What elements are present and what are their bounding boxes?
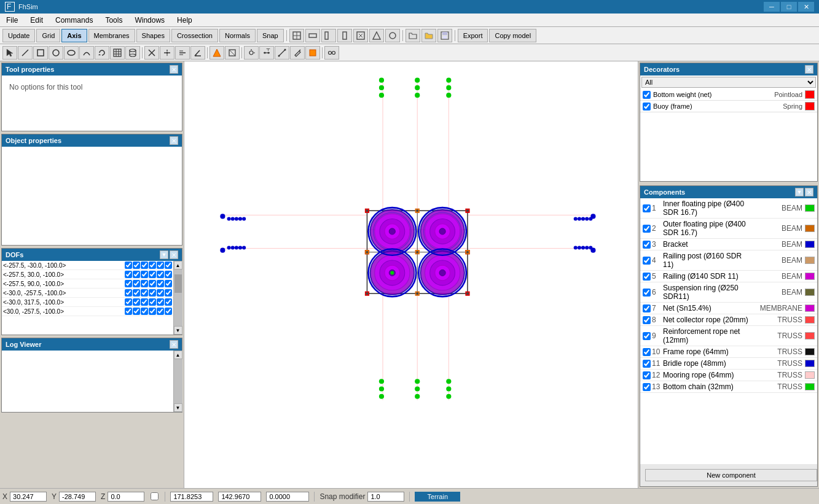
pen-tool[interactable] (290, 46, 305, 60)
component-checkbox[interactable] (643, 348, 651, 356)
components-close[interactable]: ✕ (805, 188, 813, 196)
dof-checkbox-rz[interactable] (165, 308, 172, 315)
measure-tool[interactable] (275, 46, 289, 60)
dof-checkbox-y[interactable] (133, 298, 140, 306)
view-icon-7[interactable] (385, 29, 400, 42)
cylinder-tool[interactable] (125, 46, 140, 60)
toolbar-crossection[interactable]: Crossection (171, 29, 218, 42)
canvas-area[interactable] (184, 61, 638, 488)
dof-checkbox-y[interactable] (133, 262, 140, 269)
view-icon-5[interactable] (353, 29, 368, 42)
dof-checkbox-ry[interactable] (157, 280, 164, 287)
toolbar-export[interactable]: Export (458, 29, 488, 42)
dof-checkbox-x[interactable] (125, 308, 132, 315)
angle-tool[interactable] (190, 46, 205, 60)
view-icon-4[interactable] (337, 29, 352, 42)
folder-icon[interactable] (421, 29, 436, 42)
component-checkbox[interactable] (643, 360, 651, 368)
ellipse-tool[interactable] (64, 46, 79, 60)
dof-checkbox-y[interactable] (133, 308, 140, 315)
menu-help[interactable]: Help (171, 14, 198, 26)
save-icon[interactable] (437, 29, 452, 42)
dof-checkbox-x[interactable] (125, 298, 132, 306)
log-viewer-close[interactable]: ✕ (170, 340, 178, 349)
dof-checkbox-rz[interactable] (165, 280, 172, 287)
line-tool[interactable] (18, 46, 33, 60)
dof-checkbox-y[interactable] (133, 280, 140, 287)
dof-checkbox-rx[interactable] (149, 280, 156, 287)
arc-tool[interactable] (79, 46, 94, 60)
tool-properties-close[interactable]: ✕ (170, 65, 178, 74)
dof-checkbox-rx[interactable] (149, 271, 156, 278)
toolbar-axis[interactable]: Axis (61, 29, 87, 42)
square-shape-tool[interactable] (225, 46, 240, 60)
rotate-tool[interactable] (95, 46, 109, 60)
status-checkbox[interactable] (151, 492, 159, 500)
menu-edit[interactable]: Edit (24, 14, 49, 26)
menu-file[interactable]: File (0, 14, 24, 26)
dof-checkbox-rx[interactable] (149, 298, 156, 306)
dof-checkbox-z[interactable] (141, 308, 148, 315)
log-scroll-up[interactable]: ▲ (174, 351, 182, 359)
log-scroll-down[interactable]: ▼ (174, 403, 182, 412)
dof-checkbox-x[interactable] (125, 280, 132, 287)
decorator-checkbox[interactable] (643, 103, 651, 110)
dof-checkbox-y[interactable] (133, 289, 140, 297)
toolbar-shapes[interactable]: Shapes (136, 29, 170, 42)
component-checkbox[interactable] (643, 225, 651, 233)
orange-shape-tool[interactable] (210, 46, 224, 60)
components-dropdown-btn[interactable]: ▼ (795, 188, 804, 196)
rect-tool[interactable] (33, 46, 48, 60)
dofs-dropdown-btn[interactable]: ▼ (160, 250, 168, 259)
align-tool[interactable] (175, 46, 190, 60)
node-tool[interactable]: + (259, 46, 274, 60)
menu-commands[interactable]: Commands (49, 14, 99, 26)
dofs-scroll-up[interactable]: ▲ (174, 261, 182, 269)
grid-view-tool[interactable] (110, 46, 125, 60)
close-button[interactable]: ✕ (798, 2, 814, 12)
pointer-tool[interactable] (2, 46, 17, 60)
maximize-button[interactable]: □ (781, 2, 797, 12)
view-icon-1[interactable] (289, 29, 304, 42)
component-checkbox[interactable] (643, 204, 651, 212)
component-checkbox[interactable] (643, 241, 651, 249)
dof-checkbox-rx[interactable] (149, 289, 156, 297)
dof-checkbox-z[interactable] (141, 298, 148, 306)
dof-checkbox-z[interactable] (141, 280, 148, 287)
decorators-close[interactable]: ✕ (805, 65, 813, 74)
dof-checkbox-ry[interactable] (157, 271, 164, 278)
scissors-tool[interactable] (305, 46, 320, 60)
object-properties-close[interactable]: ✕ (170, 136, 178, 145)
toolbar-normals[interactable]: Normals (219, 29, 256, 42)
view-icon-2[interactable] (305, 29, 320, 42)
dof-checkbox-rx[interactable] (149, 308, 156, 315)
dof-checkbox-ry[interactable] (157, 308, 164, 315)
toolbar-membranes[interactable]: Membranes (88, 29, 135, 42)
minimize-button[interactable]: ─ (764, 2, 780, 12)
component-checkbox[interactable] (643, 316, 651, 324)
dof-checkbox-x[interactable] (125, 289, 132, 297)
dof-checkbox-rz[interactable] (165, 271, 172, 278)
component-checkbox[interactable] (643, 289, 651, 297)
toolbar-update[interactable]: Update (2, 29, 35, 42)
view-icon-3[interactable] (321, 29, 336, 42)
dof-checkbox-ry[interactable] (157, 298, 164, 306)
dof-checkbox-x[interactable] (125, 271, 132, 278)
split-tool[interactable] (160, 46, 174, 60)
component-checkbox[interactable] (643, 273, 651, 281)
dof-checkbox-y[interactable] (133, 271, 140, 278)
component-checkbox[interactable] (643, 371, 651, 379)
decorators-filter-select[interactable]: All (641, 77, 816, 88)
dofs-scroll-down[interactable]: ▼ (174, 326, 182, 335)
dof-checkbox-rz[interactable] (165, 289, 172, 297)
new-component-button[interactable]: New component (645, 469, 817, 481)
component-checkbox[interactable] (643, 383, 651, 391)
dof-checkbox-rz[interactable] (165, 262, 172, 269)
component-checkbox[interactable] (643, 304, 651, 312)
chain-tool[interactable] (324, 46, 339, 60)
dof-checkbox-rx[interactable] (149, 262, 156, 269)
toolbar-copy-model[interactable]: Copy model (489, 29, 536, 42)
dofs-close[interactable]: ✕ (170, 250, 178, 259)
toolbar-snap[interactable]: Snap (257, 29, 284, 42)
folder-open-icon[interactable] (406, 29, 420, 42)
